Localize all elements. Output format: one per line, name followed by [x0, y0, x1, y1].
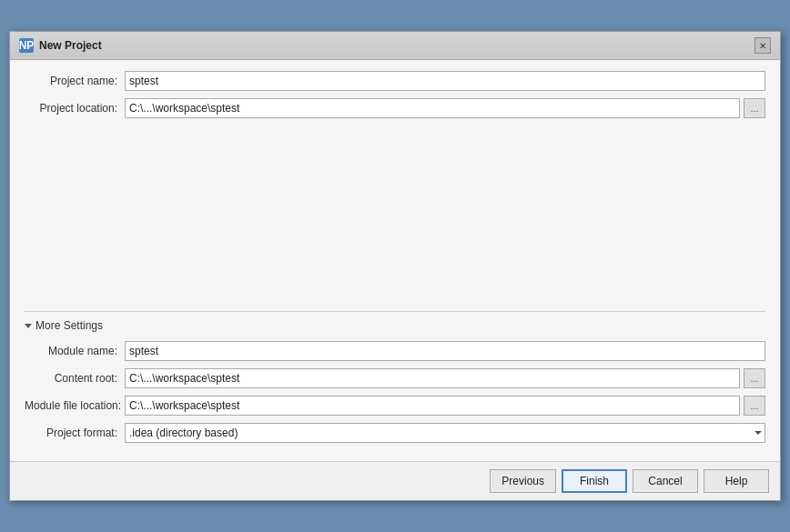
module-name-input-wrapper	[125, 341, 765, 361]
module-name-label: Module name:	[25, 345, 125, 357]
content-root-label: Content root:	[25, 372, 125, 385]
project-location-input[interactable]	[125, 98, 740, 118]
project-location-label: Project location:	[25, 102, 125, 115]
project-name-label: Project name:	[25, 75, 125, 87]
project-format-input-wrapper: .idea (directory based) .ipr (file based…	[125, 423, 765, 443]
project-format-label: Project format:	[25, 427, 125, 439]
help-button[interactable]: Help	[704, 469, 769, 493]
module-file-location-label: Module file location:	[25, 399, 125, 412]
content-root-input-wrapper: ...	[125, 368, 765, 388]
project-location-row: Project location: ...	[25, 98, 765, 118]
dialog-icon: NP	[19, 38, 34, 53]
content-root-browse-button[interactable]: ...	[744, 368, 765, 388]
dialog-title: New Project	[39, 39, 102, 52]
project-name-input[interactable]	[125, 71, 765, 91]
project-name-row: Project name:	[25, 71, 765, 91]
project-location-browse-button[interactable]: ...	[744, 98, 765, 118]
project-format-row: Project format: .idea (directory based) …	[25, 423, 765, 443]
finish-button[interactable]: Finish	[562, 469, 627, 493]
close-button[interactable]: ✕	[755, 37, 771, 54]
dialog-content: Project name: Project location: ... More…	[10, 60, 780, 461]
more-settings-header[interactable]: More Settings	[25, 319, 765, 332]
project-location-input-wrapper: ...	[125, 98, 765, 118]
more-settings-section: More Settings Module name: Content root:	[25, 311, 765, 443]
module-file-location-input[interactable]	[125, 396, 740, 416]
project-format-select[interactable]: .idea (directory based) .ipr (file based…	[125, 423, 765, 443]
module-file-location-input-wrapper: ...	[125, 396, 765, 416]
title-bar-left: NP New Project	[19, 38, 102, 53]
more-settings-label: More Settings	[35, 319, 103, 332]
project-format-select-wrapper: .idea (directory based) .ipr (file based…	[125, 423, 765, 443]
module-name-row: Module name:	[25, 341, 765, 361]
dialog-footer: Previous Finish Cancel Help	[10, 461, 780, 500]
module-name-input[interactable]	[125, 341, 765, 361]
previous-button[interactable]: Previous	[490, 469, 556, 493]
module-file-location-row: Module file location: ...	[25, 396, 765, 416]
cancel-button[interactable]: Cancel	[633, 469, 698, 493]
content-spacer	[25, 125, 765, 307]
new-project-dialog: NP New Project ✕ Project name: Project l…	[9, 31, 781, 501]
project-name-input-wrapper	[125, 71, 765, 91]
more-settings-toggle-icon	[25, 324, 32, 328]
title-bar: NP New Project ✕	[10, 32, 780, 60]
content-root-input[interactable]	[125, 368, 740, 388]
module-file-location-browse-button[interactable]: ...	[744, 396, 765, 416]
content-root-row: Content root: ...	[25, 368, 765, 388]
